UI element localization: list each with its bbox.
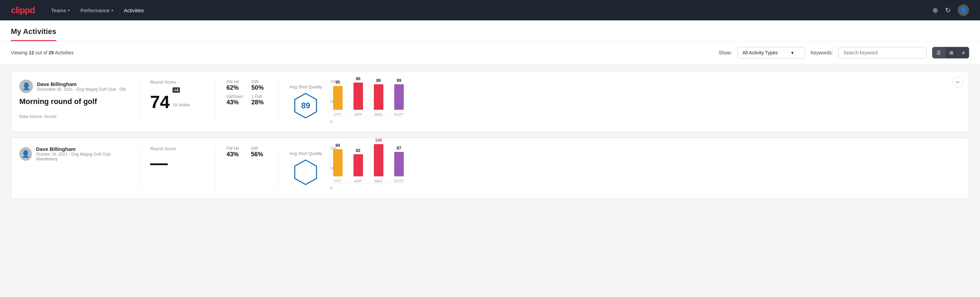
stat-label: FW Hit [226,80,243,84]
bar-app [353,154,363,176]
score-row: — [150,154,204,172]
bar-group: 89 ARG [374,78,383,117]
round-score-label: Round Score [150,146,204,151]
quality-section: Avg Shot Quality 89 100 50 0 [289,80,961,124]
user-row: 👤 Dave Billingham December 05, 2021 - Go… [19,80,128,93]
user-icon: 👤 [21,150,30,158]
hexagon [292,159,319,186]
hexagon-score: 89 [301,101,310,110]
card-left: 👤 Dave Billingham October 16, 2021 - Gog… [19,146,128,166]
bar-value: 90 [356,77,360,81]
user-icon: 👤 [959,6,967,14]
nav-item-teams[interactable]: Teams ▾ [51,6,70,14]
stat-item: GIR 56% [251,146,267,158]
view-grid-button[interactable]: ⊞ [945,47,958,58]
viewing-count-text: Viewing 12 out of 29 Activities [11,50,713,55]
user-info: Dave Billingham October 16, 2021 - Gog M… [36,146,128,161]
stat-label: FW Hit [226,146,243,151]
user-name: Dave Billingham [36,146,128,152]
list-compact-icon: ☰ [937,50,941,55]
bar-value: 82 [356,148,360,153]
keywords-label: Keywords: [811,50,833,55]
hexagon: 89 [292,92,319,119]
avatar: 👤 [19,80,33,93]
stat-label: GIR [251,146,267,151]
bar-value: 89 [397,78,401,83]
y-axis: 100 50 0 [330,146,337,190]
stat-item: Up/Down 43% [226,94,243,106]
nav-item-activities[interactable]: Activities [124,6,144,14]
nav-activities-label: Activities [124,8,144,13]
logo[interactable]: clippd [11,5,35,16]
quality-section: Avg Shot Quality 100 50 0 [289,146,961,190]
activity-type-dropdown[interactable]: All Activity Types ▾ [737,47,805,59]
user-avatar-button[interactable]: 👤 [958,5,969,16]
bar-label: PUTT [394,112,404,117]
activity-type-value: All Activity Types [742,50,778,55]
card-divider [139,80,139,124]
bar-group: 87 PUTT [394,146,404,183]
page-title: My Activities [11,21,56,41]
data-source: Data Source: Arccos [19,114,128,119]
y-label: 50 [330,99,337,104]
nav-item-performance[interactable]: Performance ▾ [81,6,113,14]
card-divider [278,146,278,190]
bar-arg [374,144,383,176]
round-score-label: Round Score [150,80,204,85]
stat-label: 1 Putt [251,94,267,99]
viewing-number: 12 [29,50,34,55]
bar-label: ARG [375,179,383,183]
search-input[interactable] [838,47,927,59]
viewing-label: Viewing [11,50,27,55]
avg-shot-quality-label: Avg Shot Quality [289,151,322,156]
viewing-total-num: 29 [49,50,54,55]
edit-button[interactable]: ✏ [953,77,963,88]
stat-value: 43% [226,99,243,106]
bar-group: 90 APP [353,77,363,117]
nav-performance-label: Performance [81,8,110,13]
stat-label: GIR [251,80,267,84]
score-value: — [150,154,168,172]
viewing-activities-text: Activities [55,50,74,55]
list-full-icon: ≡ [962,50,965,55]
chevron-down-icon: ▾ [111,8,113,12]
avatar: 👤 [19,147,32,161]
bar-group: 82 APP [353,148,363,183]
bar-chart: 100 50 0 94 OTT 82 APP [330,146,961,190]
add-icon[interactable]: ⊕ [932,6,938,14]
y-label: 100 [330,146,337,150]
activity-title: Morning round of golf [19,97,128,106]
y-label: 0 [330,120,337,124]
user-date: October 16, 2021 - Gog Magog Golf Club -… [36,152,128,161]
bar-value: 87 [397,146,401,150]
svg-marker-1 [295,160,317,185]
refresh-icon[interactable]: ↻ [945,6,951,14]
bar-putt [394,84,404,110]
score-row: 74 +4 18 Holes [150,87,204,111]
chevron-down-icon: ▾ [791,50,794,55]
nav-right: ⊕ ↻ 👤 [932,5,969,16]
stat-value: 62% [226,84,243,91]
filter-bar: Viewing 12 out of 29 Activities Show: Al… [0,42,980,64]
stats-section: FW Hit 43% GIR 56% [226,146,267,158]
stat-value: 56% [251,151,267,158]
avg-shot-quality-label: Avg Shot Quality [289,84,322,89]
bar-group: 106 ARG [374,138,383,183]
user-name: Dave Billingham [37,81,126,87]
user-info: Dave Billingham December 05, 2021 - Gog … [37,81,126,92]
user-icon: 👤 [22,82,30,90]
view-list-full-button[interactable]: ≡ [958,47,969,58]
nav-teams-label: Teams [51,8,66,13]
card-divider [139,146,139,190]
card-divider [215,146,216,190]
page-header: My Activities [0,21,980,42]
score-value: 74 [150,93,170,111]
score-section: Round Score 74 +4 18 Holes [150,80,204,111]
score-holes: 18 Holes [172,102,190,107]
y-label: 100 [330,80,337,84]
grid-icon: ⊞ [950,50,953,55]
stat-value: 43% [226,151,243,158]
view-list-compact-button[interactable]: ☰ [932,47,945,58]
activity-card: 👤 Dave Billingham December 05, 2021 - Go… [11,71,969,132]
bar-arg [374,84,383,110]
